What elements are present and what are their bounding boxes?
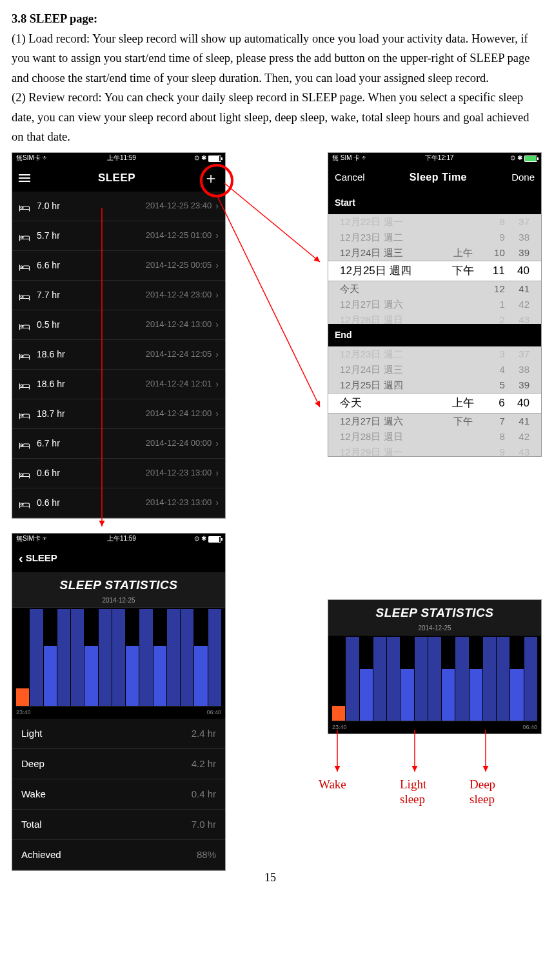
status-time: 下午12:17 [425,153,454,164]
stats-date: 2014-12-25 [12,595,225,606]
status-carrier: 無SIM卡 [16,153,41,164]
alarm-icon: ⊙ [510,153,515,164]
picker-row[interactable]: 12月22日 週一837 [328,214,541,230]
svg-line-0 [224,183,320,262]
annotation-light-sleep: Light sleep [400,777,426,808]
stats-info-row: Total 7.0 hr [12,810,225,840]
sleep-record-row[interactable]: 6.6 hr 2014-12-25 00:05 › [12,251,225,281]
nav-bar: Cancel Sleep Time Done [328,165,541,192]
chart-x-end: 06:40 [206,708,221,717]
end-time-picker[interactable]: 12月23日 週二337 12月24日 週三438 12月25日 週四539 今… [328,346,541,456]
picker-row[interactable]: 12月25日 週四下午1140 [328,261,541,281]
chart-bar-deep [428,637,441,721]
picker-row[interactable]: 12月28日 週日243 [328,312,541,324]
chart-bar-deep [346,637,359,721]
sleep-timestamp: 2014-12-24 12:05 [75,347,215,361]
sleep-timestamp: 2014-12-24 00:00 [75,436,215,450]
picker-row[interactable]: 12月28日 週日842 [328,429,541,445]
bed-icon [19,499,30,506]
screenshot-sleep-statistics-crop: SLEEP STATISTICS 2014-12-25 23:4006:40 [328,599,542,735]
back-chevron-icon[interactable]: ‹ [19,548,23,569]
page-number: 15 [264,868,276,888]
chart-bar-deep [455,637,468,721]
stats-info-list: Light 2.4 hr Deep 4.2 hr Wake 0.4 hr Tot… [12,719,225,870]
chart-bar-deep [99,609,112,706]
chart-bar-deep [208,609,221,706]
back-label[interactable]: SLEEP [26,550,57,566]
sleep-record-row[interactable]: 18.6 hr 2014-12-24 12:05 › [12,340,225,370]
chevron-right-icon: › [215,406,219,421]
status-time: 上午11:59 [107,534,136,545]
stats-date: 2014-12-25 [328,623,541,634]
chart-bar-wake [332,706,345,721]
sleep-record-row[interactable]: 7.7 hr 2014-12-24 23:00 › [12,281,225,310]
done-button[interactable]: Done [511,170,535,186]
bed-icon [19,291,30,299]
picker-row[interactable]: 12月24日 週三438 [328,362,541,377]
sleep-timestamp: 2014-12-24 13:00 [75,317,215,331]
chevron-right-icon: › [215,347,219,362]
stats-info-row: Achieved 88% [12,840,225,870]
sleep-record-row[interactable]: 0.5 hr 2014-12-24 13:00 › [12,310,225,340]
picker-row[interactable]: 今天上午640 [328,393,541,414]
chevron-right-icon: › [215,228,219,243]
bed-icon [19,439,30,447]
sleep-record-row[interactable]: 18.6 hr 2014-12-24 12:01 › [12,370,225,399]
cancel-button[interactable]: Cancel [335,170,365,186]
start-time-picker[interactable]: 12月22日 週一837 12月23日 週二938 12月24日 週三上午103… [328,214,541,324]
sleep-record-row[interactable]: 18.7 hr 2014-12-24 12:00 › [12,399,225,429]
picker-row[interactable]: 12月27日 週六142 [328,297,541,312]
chevron-right-icon: › [215,377,219,392]
bed-icon [19,261,30,269]
add-button[interactable]: ＋ [203,170,219,186]
stats-info-value: 7.0 hr [192,817,216,833]
picker-row[interactable]: 12月27日 週六下午741 [328,414,541,429]
picker-row[interactable]: 12月25日 週四539 [328,377,541,393]
stats-info-key: Total [21,817,42,833]
bluetooth-icon: ✱ [201,534,206,545]
chart-bar-deep [524,637,537,721]
picker-row[interactable]: 12月23日 週二337 [328,346,541,362]
nav-title: SLEEP [98,169,135,187]
bed-icon [19,410,30,417]
sleep-timestamp: 2014-12-24 23:00 [75,288,215,301]
sleep-hours: 18.6 hr [37,347,75,362]
wifi-icon: ᯤ [362,153,368,164]
menu-button[interactable] [19,174,30,182]
bed-icon [19,469,30,477]
wifi-icon: ᯤ [43,153,49,164]
bed-icon [19,380,30,388]
bed-icon [19,202,30,210]
paragraph-1: (1) Load record: Your sleep record will … [12,29,542,88]
battery-icon [208,536,221,543]
chevron-right-icon: › [215,466,219,481]
chart-bar-deep [415,637,428,721]
alarm-icon: ⊙ [194,534,199,545]
chart-bar-deep [30,609,43,706]
sleep-hours: 5.7 hr [37,228,75,243]
battery-icon [524,155,537,162]
sleep-record-row[interactable]: 6.7 hr 2014-12-24 00:00 › [12,429,225,459]
picker-row[interactable]: 12月23日 週二938 [328,230,541,245]
status-carrier: 無 SIM 卡 [332,153,360,164]
chart-bar-light [442,669,455,721]
chart-bar-light [153,646,166,706]
sleep-record-row[interactable]: 7.0 hr 2014-12-25 23:40 › [12,192,225,221]
nav-bar: ‹ SLEEP [12,545,225,572]
sleep-hours: 0.6 hr [37,495,75,510]
stats-info-value: 88% [197,847,216,863]
stats-info-value: 4.2 hr [192,756,216,772]
stats-header: SLEEP STATISTICS 2014-12-25 [12,572,225,608]
stats-info-key: Light [21,726,43,742]
sleep-record-row[interactable]: 0.6 hr 2014-12-23 13:00 › [12,459,225,488]
picker-row[interactable]: 今天1241 [328,281,541,297]
chart-bar-deep [167,609,180,706]
section-heading: 3.8 SLEEP page: [12,9,542,29]
sleep-record-row[interactable]: 0.6 hr 2014-12-23 13:00 › [12,488,225,518]
sleep-hours: 0.6 hr [37,466,75,481]
sleep-record-row[interactable]: 5.7 hr 2014-12-25 01:00 › [12,221,225,251]
chart-bar-deep [483,637,496,721]
picker-row[interactable]: 12月24日 週三上午1039 [328,245,541,261]
chart-bar-wake [16,688,29,706]
picker-row[interactable]: 12月29日 週一943 [328,445,541,456]
